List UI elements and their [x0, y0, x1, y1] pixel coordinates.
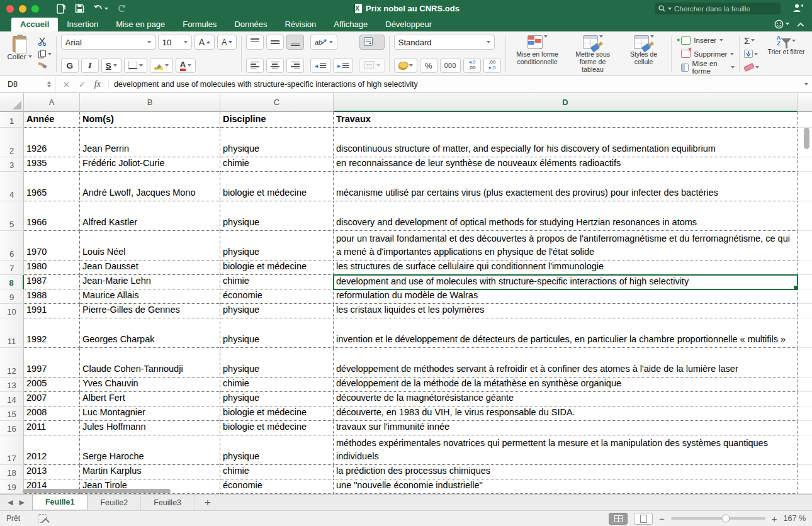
zoom-level[interactable]: 167 % [784, 514, 806, 523]
thousands-format-button[interactable]: 000 [440, 58, 461, 73]
page-layout-view-button[interactable] [634, 513, 653, 525]
cell-D13[interactable]: développement de la méthode de la métath… [334, 378, 798, 392]
align-right-button[interactable] [286, 58, 304, 73]
tab-données[interactable]: Données [225, 18, 276, 31]
cell-A12[interactable]: 1997 [24, 348, 80, 378]
cell-C18[interactable]: chimie [220, 465, 334, 479]
copy-button[interactable] [38, 48, 52, 60]
sort-filter-button[interactable]: AZ Trier et filtrer [764, 35, 808, 73]
cell-A3[interactable]: 1935 [24, 157, 80, 172]
cell-A8[interactable]: 1987 [24, 275, 80, 289]
row-header-12[interactable]: 12 [0, 348, 24, 378]
borders-button[interactable] [124, 58, 147, 73]
cell-D12[interactable]: développement de méthodes servant à refr… [334, 348, 798, 378]
cell-B14[interactable]: Albert Fert [80, 392, 220, 406]
cell-D14[interactable]: découverte de la magnétorésistance géant… [334, 392, 798, 406]
paste-button[interactable]: Coller [4, 35, 35, 73]
cell-B13[interactable]: Yves Chauvin [80, 378, 220, 392]
align-bottom-button[interactable] [286, 35, 304, 50]
cell-C2[interactable]: physique [220, 128, 334, 157]
cell-D1[interactable]: Travaux [334, 112, 798, 128]
add-sheet-button[interactable]: + [195, 495, 221, 510]
cell-C10[interactable]: physique [220, 304, 334, 318]
format-painter-button[interactable] [38, 60, 52, 72]
collapse-ribbon-icon[interactable] [797, 18, 804, 30]
cell-C13[interactable]: chimie [220, 378, 334, 392]
cell-A13[interactable]: 2005 [24, 378, 80, 392]
tab-insertion[interactable]: Insertion [58, 18, 107, 31]
align-middle-button[interactable] [266, 35, 284, 50]
cell-D15[interactable]: découverte, en 1983 du VIH, le virus res… [334, 406, 798, 421]
zoom-slider-thumb[interactable] [721, 515, 730, 523]
cell-C9[interactable]: économie [220, 289, 334, 304]
cell-A17[interactable]: 2012 [24, 435, 80, 465]
formula-input[interactable]: development and use of molecules with st… [108, 80, 812, 89]
cell-A9[interactable]: 1988 [24, 289, 80, 304]
vertical-scrollbar[interactable] [804, 128, 809, 149]
normal-view-button[interactable] [609, 513, 628, 525]
row-header-3[interactable]: 3 [0, 157, 24, 172]
cell-C12[interactable]: physique [220, 348, 334, 378]
row-header-18[interactable]: 18 [0, 465, 24, 479]
number-format-select[interactable]: Standard [394, 35, 495, 50]
cell-C6[interactable]: physique [220, 231, 334, 260]
cell-B1[interactable]: Nom(s) [80, 112, 220, 128]
tab-affichage[interactable]: Affichage [325, 18, 376, 31]
orientation-button[interactable]: ab [310, 35, 337, 50]
fill-color-button[interactable] [150, 58, 173, 73]
cell-C11[interactable]: physique [220, 318, 334, 348]
enter-icon[interactable]: ✓ [79, 80, 86, 89]
cell-A7[interactable]: 1980 [24, 260, 80, 275]
cell-D16[interactable]: travaux sur l'immunité innée [334, 421, 798, 435]
currency-format-button[interactable] [394, 58, 417, 73]
cell-D5[interactable]: discovery and development of optical met… [334, 201, 798, 231]
feedback-smiley-icon[interactable] [774, 20, 789, 29]
format-cells-button[interactable]: Mise en forme [675, 62, 735, 73]
row-header-9[interactable]: 9 [0, 289, 24, 304]
cell-B18[interactable]: Martin Karplus [80, 465, 220, 479]
row-header-1[interactable]: 1 [0, 112, 24, 128]
row-header-6[interactable]: 6 [0, 231, 24, 260]
horizontal-scrollbar[interactable] [23, 489, 171, 493]
bold-button[interactable]: G [61, 58, 79, 73]
row-header-16[interactable]: 16 [0, 421, 24, 435]
row-header-14[interactable]: 14 [0, 392, 24, 406]
row-header-7[interactable]: 7 [0, 260, 24, 275]
cell-D10[interactable]: les cristaux liquides et les polymères [334, 304, 798, 318]
cell-D11[interactable]: invention et le développement de détecte… [334, 318, 798, 348]
wrap-text-button[interactable] [359, 35, 385, 50]
sheet-tab-feuille2[interactable]: Feuille2 [87, 495, 141, 510]
cell-A4[interactable]: 1965 [24, 172, 80, 201]
cell-B5[interactable]: Alfred Kastler [80, 201, 220, 231]
increase-decimal-button[interactable]: ◂.0,00 [463, 58, 481, 73]
cell-C17[interactable]: physique [220, 435, 334, 465]
cell-D17[interactable]: méthodes expérimentales novatrices qui p… [334, 435, 798, 465]
cell-D19[interactable]: une "nouvelle économie industrielle" [334, 479, 798, 494]
share-add-person-icon[interactable] [792, 3, 803, 15]
search-input[interactable] [674, 5, 769, 13]
cell-A10[interactable]: 1991 [24, 304, 80, 318]
cell-A16[interactable]: 2011 [24, 421, 80, 435]
cell-B2[interactable]: Jean Perrin [80, 128, 220, 157]
name-box-stepper[interactable] [47, 81, 51, 87]
row-header-4[interactable]: 4 [0, 172, 24, 201]
cell-D4[interactable]: mécanisme utilisé par certains virus (pl… [334, 172, 798, 201]
row-header-17[interactable]: 17 [0, 435, 24, 465]
row-header-15[interactable]: 15 [0, 406, 24, 421]
cell-A14[interactable]: 2007 [24, 392, 80, 406]
cell-C7[interactable]: biologie et médecine [220, 260, 334, 275]
zoom-out-button[interactable]: − [659, 514, 665, 523]
increase-indent-button[interactable]: ▸ [333, 58, 353, 73]
cell-C19[interactable]: économie [220, 479, 334, 494]
italic-button[interactable]: I [81, 58, 99, 73]
save-icon[interactable] [75, 4, 84, 13]
merge-cells-button[interactable] [359, 58, 385, 73]
prev-sheet-arrow[interactable]: ◀ [8, 498, 13, 506]
row-header-10[interactable]: 10 [0, 304, 24, 318]
sheet-tab-feuille1[interactable]: Feuille1 [32, 495, 88, 510]
grow-font-button[interactable]: A [195, 35, 215, 50]
cell-B17[interactable]: Serge Haroche [80, 435, 220, 465]
close-button[interactable] [6, 5, 14, 13]
cell-B4[interactable]: André Lwoff, Jacques Mono [80, 172, 220, 201]
cell-C1[interactable]: Discipline [220, 112, 334, 128]
